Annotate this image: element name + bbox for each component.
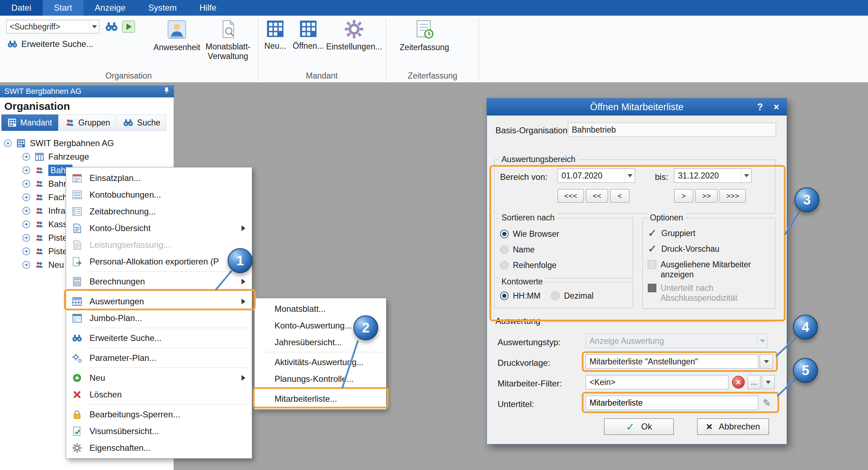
chevron-down-icon[interactable] [757, 334, 767, 348]
monatsblatt-verwaltung-button[interactable]: Monatsblatt-Verwaltung [203, 19, 253, 61]
menu-item-jumbo-plan[interactable]: Jumbo-Plan... [66, 310, 252, 326]
menu-hilfe[interactable]: Hilfe [188, 0, 228, 16]
tree-item[interactable]: Piste [22, 232, 67, 244]
auswertungstyp-combobox[interactable]: Anzeige Auswertung [586, 334, 767, 348]
close-icon[interactable]: × [768, 98, 785, 116]
menu-item-zeitabrechnung[interactable]: Zeitabrechnung... [66, 203, 252, 220]
druckvorlage-dropdown-button[interactable] [760, 354, 773, 369]
menu-anzeige[interactable]: Anzeige [83, 0, 137, 16]
chevron-down-icon[interactable] [625, 169, 635, 182]
oeffnen-button[interactable]: Öffnen... [291, 19, 325, 51]
untertitel-input[interactable] [586, 398, 758, 408]
expander-icon[interactable] [22, 234, 31, 242]
menu-item-neu[interactable]: Neu [66, 369, 252, 386]
anwesenheit-button[interactable]: Anwesenheit [152, 19, 202, 52]
checkbox-indeterminate-icon[interactable] [648, 284, 656, 292]
edit-pencil-icon[interactable]: ✎ [760, 396, 774, 410]
tree-item[interactable]: Kass [22, 218, 67, 230]
checkmark-icon[interactable]: ✓ [648, 228, 657, 238]
cancel-button[interactable]: × Abbrechen [697, 418, 769, 435]
checkmark-icon[interactable]: ✓ [648, 244, 657, 254]
menu-item-personal-allokation-export[interactable]: Personal-Allokation exportieren (P [66, 253, 252, 270]
nav-back-3-button[interactable]: <<< [558, 189, 584, 203]
tree-root[interactable]: SWIT Bergbahnen AG [4, 137, 114, 149]
expander-icon[interactable] [22, 261, 31, 269]
menu-item-leistungserfassung[interactable]: Leistungserfassung... [66, 236, 252, 253]
bereich-von-datepicker[interactable]: 01.07.2020 [558, 169, 635, 183]
submenu-item-aktivitaets-auswertung[interactable]: Aktivitäts-Auswertung... [255, 354, 386, 370]
expander-icon[interactable] [2, 137, 14, 149]
radio-reihenfolge[interactable]: Reihenfolge [500, 259, 557, 272]
menu-item-bearbeitungs-sperren[interactable]: Bearbeitungs-Sperren... [66, 406, 252, 423]
radio-selected-icon[interactable] [500, 230, 509, 238]
checkbox-gruppiert[interactable]: ✓ Gruppiert [648, 228, 695, 238]
search-combobox[interactable] [6, 20, 99, 33]
filter-dropdown-button[interactable] [762, 375, 775, 389]
nav-fwd-3-button[interactable]: >>> [720, 189, 746, 203]
nav-back-2-button[interactable]: << [586, 189, 608, 203]
nav-fwd-1-button[interactable]: > [674, 189, 693, 203]
radio-hhmm[interactable]: HH:MM [500, 289, 541, 302]
search-dropdown-arrow[interactable] [89, 20, 99, 33]
menu-item-auswertungen[interactable]: Auswertungen [66, 293, 252, 310]
menu-system[interactable]: System [137, 0, 188, 16]
tree-item[interactable]: Bahr [22, 178, 66, 190]
menu-item-parameter-plan[interactable]: Parameter-Plan... [66, 349, 252, 366]
tree-item[interactable]: Piste [22, 245, 67, 257]
search-button[interactable] [104, 20, 119, 33]
menu-datei[interactable]: Datei [0, 0, 43, 16]
tree-item[interactable]: Infra [22, 205, 65, 217]
search-input[interactable] [7, 22, 89, 32]
panel-titlebar[interactable]: SWIT Bergbahnen AG [0, 85, 174, 97]
radio-icon[interactable] [500, 245, 509, 254]
neu-button[interactable]: Neu... [261, 19, 290, 51]
menu-item-einsatzplan[interactable]: Einsatzplan... [66, 170, 252, 186]
tab-suche[interactable]: Suche [117, 114, 166, 131]
checkbox-ausgeliehene-mitarbeiter[interactable]: Ausgeliehene Mitarbeiter anzeigen [648, 260, 769, 279]
expander-icon[interactable] [22, 193, 31, 202]
expander-icon[interactable] [22, 220, 31, 229]
untertitel-field[interactable] [586, 396, 758, 410]
checkbox-druck-vorschau[interactable]: ✓ Druck-Vorschau [648, 244, 720, 254]
filter-browse-button[interactable]: ... [748, 375, 760, 389]
menu-item-loeschen[interactable]: Löschen [66, 386, 252, 403]
submenu-item-mitarbeiterliste[interactable]: Mitarbeiterliste... [255, 390, 386, 407]
advanced-search-link[interactable]: Erweiterte Suche... [7, 39, 93, 49]
help-button[interactable]: ? [752, 98, 768, 116]
tree-item-fahrzeuge[interactable]: Fahrzeuge [22, 151, 89, 163]
menu-item-visumsuebersicht[interactable]: Visumsübersicht... [66, 423, 252, 439]
filter-clear-button[interactable]: × [732, 376, 745, 389]
nav-back-1-button[interactable]: < [610, 189, 629, 203]
radio-dezimal[interactable]: Dezimal [551, 289, 593, 302]
dialog-titlebar[interactable]: Öffnen Mitarbeiterliste [487, 98, 787, 116]
expander-icon[interactable] [22, 207, 31, 215]
submenu-item-planungs-kontrolle[interactable]: Planungs-Kontrolle... [255, 370, 386, 387]
menu-item-eigenschaften[interactable]: Eigenschaften... [66, 439, 252, 456]
checkbox-unterteilt-abschlussperiodizitaet[interactable]: Unterteilt nach Abschlussperiodizität [648, 283, 769, 303]
einstellungen-button[interactable]: Einstellungen... [327, 19, 381, 52]
tree-item-bahn-selected[interactable]: Bahn [22, 164, 72, 176]
zeiterfassung-button[interactable]: Zeiterfassung [398, 19, 451, 52]
expander-icon[interactable] [22, 180, 31, 188]
tab-gruppen[interactable]: Gruppen [59, 114, 116, 131]
menu-item-berechnungen[interactable]: Berechnungen [66, 273, 252, 290]
druckvorlage-combobox[interactable]: Mitarbeiterliste "Anstellungen" [586, 354, 758, 369]
ok-button[interactable]: ✓ Ok [604, 418, 674, 435]
radio-selected-icon[interactable] [500, 292, 509, 300]
tree-item[interactable]: Fach [22, 191, 67, 203]
nav-fwd-2-button[interactable]: >> [695, 189, 717, 203]
radio-wie-browser[interactable]: Wie Browser [500, 228, 559, 240]
radio-name[interactable]: Name [500, 243, 535, 256]
expander-icon[interactable] [22, 166, 31, 175]
bereich-bis-datepicker[interactable]: 31.12.2020 [674, 169, 752, 183]
chevron-down-icon[interactable] [741, 169, 751, 182]
submenu-item-monatsblatt[interactable]: Monatsblatt... [255, 300, 386, 317]
radio-icon[interactable] [551, 292, 560, 300]
checkbox-empty-icon[interactable] [648, 260, 656, 269]
start-search-button[interactable] [122, 21, 135, 33]
tree-item[interactable]: Neu [22, 259, 64, 271]
menu-item-konto-uebersicht[interactable]: Konto-Übersicht [66, 220, 252, 236]
pin-icon[interactable] [163, 87, 170, 96]
radio-icon[interactable] [500, 261, 509, 269]
menu-item-erweiterte-suche[interactable]: Erweiterte Suche... [66, 330, 252, 346]
